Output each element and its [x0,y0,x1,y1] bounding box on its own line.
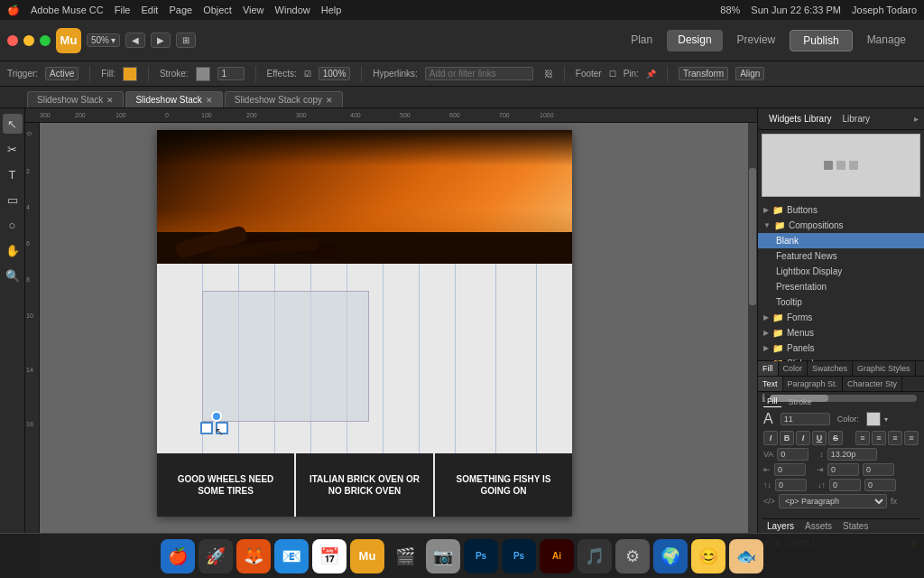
space-input[interactable]: 0 [775,479,807,491]
footer-checkbox[interactable]: ☐ [609,70,616,79]
tab-2[interactable]: Slideshow Stack copy ✕ [225,91,343,107]
stroke-swatch[interactable] [196,67,210,81]
nav-design[interactable]: Design [667,30,722,51]
dock-mail[interactable]: 📧 [274,539,309,573]
font-size-input[interactable]: 11 [781,413,830,425]
fullscreen-button[interactable] [40,35,51,46]
fx-checkbox[interactable]: ☑ [304,70,311,79]
dock-photoshop2[interactable]: Ps [502,539,536,573]
hyperlinks-input[interactable] [425,67,533,80]
bold-btn[interactable]: B [780,431,794,445]
text-tool[interactable]: T [3,164,23,184]
trigger-value[interactable]: Active [45,67,79,80]
dock-photos[interactable]: 📷 [426,539,460,573]
crop-tool[interactable]: ✂ [3,139,23,159]
underline-btn[interactable]: U [812,431,827,445]
canvas-scrollbar[interactable] [748,123,757,578]
apple-icon[interactable]: 🍎 [7,5,20,16]
scroll-thumb[interactable] [749,168,756,304]
space2-input[interactable]: 0 [829,479,861,491]
dock-video[interactable]: 🎬 [388,539,422,573]
close-button[interactable] [7,35,18,46]
minimize-button[interactable] [23,35,34,46]
dock-firefox[interactable]: 🦊 [236,539,271,573]
folder-panels[interactable]: ▶ 📁 Panels [758,340,924,356]
item-featured-news[interactable]: Featured News [758,248,924,264]
tab-2-close[interactable]: ✕ [326,96,333,105]
page-body[interactable]: ↖ GOOD WHEELS NEED SOME TIRES ITALIAN BR… [157,264,572,517]
widget-placeholder[interactable] [202,291,369,422]
dock-settings[interactable]: ⚙ [615,539,650,573]
tab-paragraph-style[interactable]: Paragraph St. [783,377,844,391]
align-center-btn[interactable]: ≡ [872,431,886,445]
indent2-input[interactable]: 0 [827,463,859,476]
publish-button[interactable]: Publish [790,30,852,51]
folder-menus[interactable]: ▶ 📁 Menus [758,325,924,340]
dock-muse[interactable]: Mu [350,539,384,573]
folder-forms[interactable]: ▶ 📁 Forms [758,310,924,325]
align-left-btn[interactable]: ≡ [855,431,870,445]
align-justify-btn[interactable]: ≡ [904,431,919,445]
strikethrough-btn[interactable]: S [828,431,843,445]
menu-help[interactable]: Help [321,5,342,15]
stroke-value[interactable]: 1 [217,67,245,80]
states-tab[interactable]: States [837,519,873,534]
assets-tab[interactable]: Assets [799,519,837,534]
dock-illustrator[interactable]: Ai [540,539,574,573]
space3-input[interactable]: 0 [864,479,896,491]
tab-0[interactable]: Slideshow Stack ✕ [27,91,124,107]
nav-preview[interactable]: Preview [726,30,787,51]
color-dropdown[interactable]: ▾ [884,415,888,424]
transform-label[interactable]: Transform [679,67,728,80]
resize-handle-tl[interactable] [200,422,213,434]
zoom-tool[interactable]: 🔍 [3,266,23,285]
tab-text[interactable]: Text [758,377,783,391]
folder-compositions[interactable]: ▼ 📁 Compositions [758,218,924,233]
lineheight-input[interactable]: 13.20p [827,448,877,461]
dock-fish[interactable]: 🐟 [729,539,763,573]
item-blank[interactable]: Blank [758,233,924,248]
zoom-control[interactable]: 50% ▾ [87,33,120,47]
nav-manage[interactable]: Manage [856,30,917,51]
canvas-content[interactable]: ↖ GOOD WHEELS NEED SOME TIRES ITALIAN BR… [40,123,757,578]
tab-swatches[interactable]: Swatches [808,361,853,376]
menu-file[interactable]: File [115,5,131,15]
library-tab[interactable]: Library [836,112,875,126]
dock-launchpad[interactable]: 🚀 [199,539,233,573]
item-presentation[interactable]: Presentation [758,279,924,294]
menu-object[interactable]: Object [203,5,232,15]
va-input[interactable]: 0 [777,448,808,461]
select-tool[interactable]: ↖ [3,114,23,134]
menu-window[interactable]: Window [275,5,310,15]
ellipse-tool[interactable]: ○ [3,215,23,235]
align-right-btn[interactable]: ≡ [888,431,902,445]
stroke-type-tab[interactable]: Stroke [785,396,816,407]
dock-music[interactable]: 🎵 [578,539,612,573]
dock-finder[interactable]: 🍎 [161,539,195,573]
indent3-input[interactable]: 0 [863,463,894,476]
tab-fill[interactable]: Fill [758,361,779,376]
folder-buttons[interactable]: ▶ 📁 Buttons [758,202,924,218]
menu-edit[interactable]: Edit [141,5,158,15]
tab-0-close[interactable]: ✕ [106,96,114,105]
canvas-area[interactable]: 300 200 100 0 100 200 300 400 500 600 70… [25,108,757,578]
item-tooltip[interactable]: Tooltip [758,294,924,310]
view-back-btn[interactable]: ◀ [125,33,145,48]
dock-face[interactable]: 😊 [691,539,725,573]
dock-calendar[interactable]: 📅 [312,539,346,573]
paragraph-select[interactable]: <p> Paragraph [779,494,887,508]
expand-icon[interactable]: ▸ [914,114,919,124]
tab-character-style[interactable]: Character Sty [843,377,902,391]
hand-tool[interactable]: ✋ [3,240,23,260]
color-swatch[interactable] [866,412,881,426]
dock-globe[interactable]: 🌍 [653,539,688,573]
italic2-btn[interactable]: I [796,431,810,445]
move-handle[interactable] [211,411,222,422]
indent-input[interactable]: 0 [774,463,806,476]
menu-page[interactable]: Page [169,5,192,15]
fill-swatch[interactable] [123,67,137,81]
zoom-chevron[interactable]: ▾ [111,35,116,45]
view-layout-btn[interactable]: ⊞ [176,33,196,48]
nav-plan[interactable]: Plan [620,30,663,51]
effects-value[interactable]: 100% [319,67,351,80]
